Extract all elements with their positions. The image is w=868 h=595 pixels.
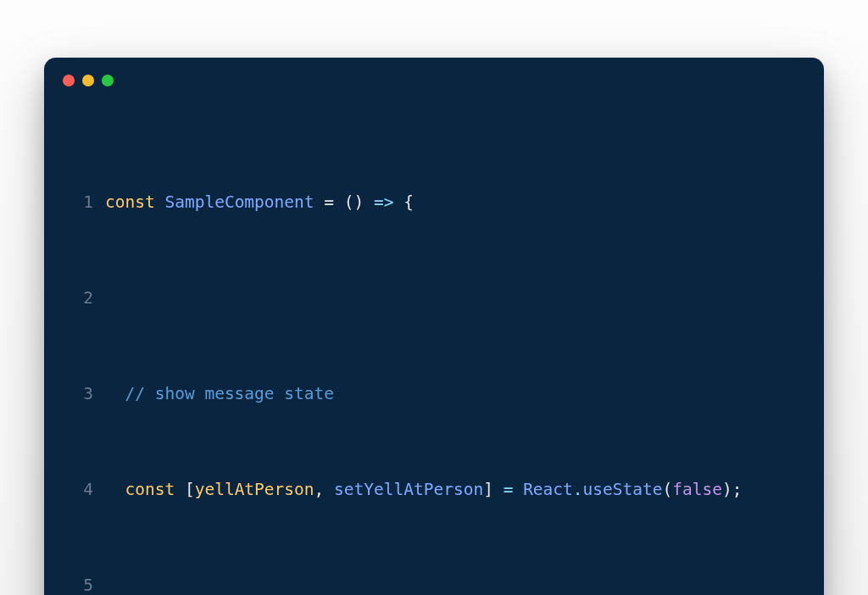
code-content: // show message state (105, 382, 334, 406)
maximize-icon[interactable] (102, 75, 114, 86)
code-line: 2 (61, 286, 807, 310)
line-number: 5 (61, 574, 93, 595)
code-content: const [yellAtPerson, setYellAtPerson] = … (105, 478, 742, 502)
code-content: const SampleComponent = () => { (105, 191, 414, 214)
line-number: 4 (61, 478, 93, 502)
line-number: 1 (61, 191, 93, 214)
minimize-icon[interactable] (82, 75, 94, 86)
code-editor: 1const SampleComponent = () => { 2 3 // … (44, 95, 824, 595)
close-icon[interactable] (63, 75, 75, 86)
code-window: 1const SampleComponent = () => { 2 3 // … (44, 58, 824, 595)
code-line: 3 // show message state (61, 382, 807, 406)
code-line: 5 (61, 574, 807, 595)
line-number: 2 (61, 286, 93, 310)
line-number: 3 (61, 382, 93, 406)
window-titlebar (44, 58, 824, 95)
code-line: 4 const [yellAtPerson, setYellAtPerson] … (61, 478, 807, 502)
code-line: 1const SampleComponent = () => { (61, 191, 807, 214)
